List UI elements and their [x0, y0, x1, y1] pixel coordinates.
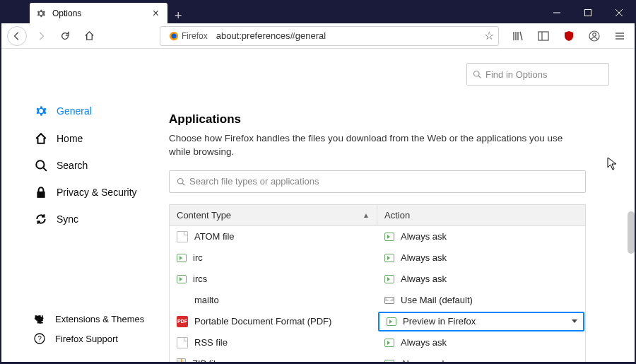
sidebar-label: Firefox Support	[55, 334, 118, 344]
sort-indicator-icon: ▲	[363, 211, 370, 219]
dialog-icon	[384, 254, 394, 262]
section-description: Choose how Firefox handles the files you…	[169, 132, 586, 159]
cell-content-type: ATOM file	[170, 231, 377, 242]
sidebar-item-general[interactable]: General	[1, 97, 169, 125]
forward-button[interactable]	[31, 26, 51, 46]
back-button[interactable]	[7, 26, 27, 46]
cursor-icon	[607, 157, 618, 171]
section-title: Applications	[169, 112, 609, 127]
home-icon	[34, 132, 48, 145]
sidebar-label: Search	[57, 160, 88, 171]
new-tab-button[interactable]: +	[167, 8, 189, 23]
column-content-type[interactable]: Content Type ▲	[170, 205, 377, 225]
dialog-icon	[177, 254, 187, 262]
cell-content-type: PDFPortable Document Format (PDF)	[170, 316, 377, 327]
close-window-button[interactable]	[603, 1, 635, 23]
sidebar-item-sync[interactable]: Sync	[1, 206, 169, 233]
reload-button[interactable]	[55, 26, 75, 46]
cell-content-type: ZIP file	[170, 358, 377, 362]
cell-action[interactable]: Preview in Firefox	[378, 312, 584, 331]
cell-action[interactable]: Always ask	[377, 358, 585, 362]
svg-line-21	[182, 183, 184, 185]
table-row[interactable]: ATOM fileAlways ask	[170, 226, 585, 247]
url-text: about:preferences#general	[212, 30, 484, 41]
dialog-icon	[384, 360, 394, 362]
table-row[interactable]: ircsAlways ask	[170, 269, 585, 290]
sidebar-item-extensions[interactable]: Extensions & Themes	[1, 309, 167, 329]
applications-table: Content Type ▲ Action ATOM fileAlways as…	[169, 204, 586, 362]
sidebar-label: General	[57, 105, 92, 117]
table-row[interactable]: mailtoUse Mail (default)	[170, 290, 585, 311]
bookmark-star-icon[interactable]: ☆	[484, 29, 494, 42]
svg-point-18	[474, 71, 480, 77]
cell-action[interactable]: Always ask	[377, 231, 585, 242]
zip-icon	[177, 358, 186, 362]
placeholder-text: Find in Options	[485, 69, 547, 80]
svg-line-19	[478, 76, 481, 78]
tab-close-button[interactable]: ×	[150, 7, 162, 20]
cell-action[interactable]: Always ask	[377, 337, 585, 348]
svg-rect-1	[585, 9, 591, 16]
sidebar-toggle-icon[interactable]	[534, 27, 553, 45]
lock-icon	[34, 186, 48, 199]
firefox-icon	[169, 31, 179, 41]
puzzle-icon	[33, 313, 47, 324]
account-icon[interactable]	[585, 27, 603, 45]
svg-point-5	[172, 33, 177, 38]
table-row[interactable]: RSS fileAlways ask	[170, 332, 585, 353]
search-icon	[177, 177, 185, 186]
svg-text:?: ?	[37, 335, 42, 343]
search-icon	[473, 70, 481, 78]
menu-icon[interactable]	[611, 27, 629, 45]
firefox-badge: Firefox	[165, 30, 212, 42]
sidebar: General Home Search Privacy & Security S…	[1, 49, 169, 362]
home-button[interactable]	[79, 26, 99, 46]
placeholder-text: Search file types or applications	[189, 176, 319, 187]
question-icon: ?	[33, 333, 47, 344]
svg-rect-15	[37, 192, 45, 198]
sidebar-item-privacy[interactable]: Privacy & Security	[1, 179, 169, 206]
document-icon	[177, 231, 188, 242]
pdf-icon: PDF	[177, 316, 188, 327]
search-icon	[34, 159, 48, 172]
dialog-icon	[387, 317, 396, 326]
column-action[interactable]: Action	[377, 205, 585, 225]
find-in-options-input[interactable]: Find in Options	[466, 63, 609, 86]
ublock-icon[interactable]	[560, 27, 578, 45]
cell-action[interactable]: Always ask	[377, 274, 585, 284]
table-row[interactable]: ircAlways ask	[170, 247, 585, 269]
sidebar-item-home[interactable]: Home	[1, 125, 169, 152]
sidebar-label: Sync	[57, 213, 78, 225]
cell-action[interactable]: Always ask	[377, 252, 585, 263]
cell-action[interactable]: Use Mail (default)	[377, 295, 585, 305]
dialog-icon	[384, 233, 394, 241]
dialog-icon	[384, 339, 394, 347]
sidebar-label: Home	[57, 133, 83, 144]
sync-icon	[34, 213, 48, 225]
cell-content-type: mailto	[170, 295, 377, 306]
main-panel: Find in Options Applications Choose how …	[169, 49, 635, 362]
svg-point-13	[36, 160, 44, 168]
svg-point-20	[178, 178, 184, 184]
cell-content-type: ircs	[170, 274, 377, 284]
browser-tab[interactable]: Options ×	[30, 3, 167, 23]
sidebar-item-search[interactable]: Search	[1, 152, 169, 179]
url-bar[interactable]: Firefox about:preferences#general ☆	[160, 26, 499, 46]
minimize-button[interactable]	[541, 1, 572, 23]
scrollbar[interactable]	[628, 211, 635, 254]
cell-content-type: irc	[170, 252, 377, 263]
sidebar-label: Privacy & Security	[57, 187, 137, 198]
document-icon	[177, 337, 188, 348]
sidebar-item-support[interactable]: ? Firefox Support	[1, 329, 167, 348]
library-icon[interactable]	[509, 27, 527, 45]
applications-search-input[interactable]: Search file types or applications	[169, 170, 586, 193]
mail-icon	[384, 297, 394, 304]
gear-icon	[34, 104, 48, 118]
table-row[interactable]: PDFPortable Document Format (PDF)Preview…	[170, 311, 585, 332]
dialog-icon	[177, 275, 187, 283]
svg-rect-6	[538, 32, 548, 40]
tab-title: Options	[52, 8, 150, 18]
table-row[interactable]: ZIP fileAlways ask	[170, 353, 585, 362]
url-prefix: Firefox	[182, 31, 208, 41]
maximize-button[interactable]	[572, 1, 603, 23]
